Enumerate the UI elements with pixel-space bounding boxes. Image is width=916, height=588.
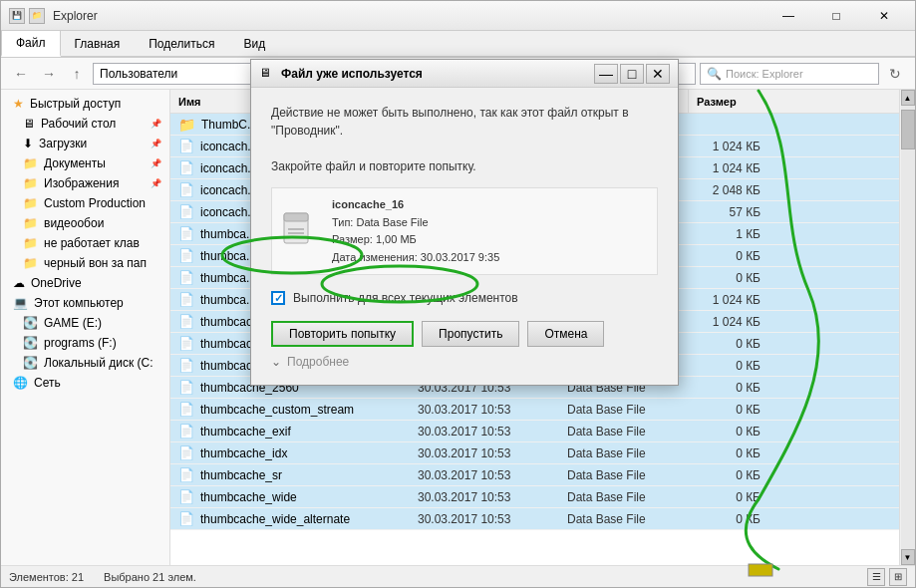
- file-name-cell: 📄 thumbcache_sr: [170, 467, 410, 482]
- sidebar-label-documents: Документы: [44, 156, 106, 170]
- retry-button[interactable]: Повторить попытку: [271, 321, 414, 347]
- window-title: Explorer: [53, 9, 765, 23]
- table-row[interactable]: 📄 thumbcache_exif 30.03.2017 10:53 Data …: [170, 421, 899, 442]
- table-row[interactable]: 📄 thumbcache_wide_alternate 30.03.2017 1…: [170, 508, 899, 530]
- dialog-instruction: Закройте файл и повторите попытку.: [271, 159, 476, 173]
- dialog-file-size: Размер: 1,00 МБ: [332, 231, 499, 249]
- dialog-restore-button[interactable]: □: [620, 64, 644, 84]
- db-icon9: 📄: [178, 314, 194, 329]
- file-size-cell: 57 КБ: [689, 205, 768, 219]
- pin-icon3: 📌: [151, 158, 161, 168]
- sidebar-label-local: Локальный диск (C:: [44, 356, 153, 370]
- scroll-down-button[interactable]: ▼: [901, 549, 915, 565]
- pin-icon4: 📌: [151, 178, 161, 188]
- computer-icon: 💻: [13, 296, 28, 310]
- db-icon13: 📄: [178, 402, 194, 417]
- nav-forward-button[interactable]: →: [37, 62, 61, 86]
- status-selected: Выбрано 21 элем.: [104, 571, 196, 583]
- cancel-button[interactable]: Отмена: [527, 321, 604, 347]
- file-size-cell: 1 КБ: [689, 227, 768, 241]
- db-icon15: 📄: [178, 445, 194, 460]
- title-bar: 💾 📁 Explorer — □ ✕: [1, 1, 915, 31]
- dialog-file-details: iconcache_16 Тип: Data Base File Размер:…: [332, 196, 499, 266]
- db-icon17: 📄: [178, 489, 194, 504]
- sidebar-label-quick-access: Быстрый доступ: [30, 97, 121, 111]
- dialog-close-button[interactable]: ✕: [646, 64, 670, 84]
- close-button[interactable]: ✕: [861, 1, 907, 31]
- folder-icon-doc: 📁: [23, 156, 38, 170]
- cloud-icon: ☁: [13, 276, 25, 290]
- minimize-button[interactable]: —: [765, 1, 811, 31]
- sidebar-label-thispc: Этот компьютер: [34, 296, 124, 310]
- nav-up-button[interactable]: ↑: [65, 62, 89, 86]
- sidebar-label-onedrive: OneDrive: [31, 276, 82, 290]
- tab-view[interactable]: Вид: [229, 31, 280, 56]
- search-field[interactable]: 🔍 Поиск: Explorer: [700, 63, 879, 85]
- apply-all-label: Выполнить для всех текущих элементов: [293, 291, 518, 305]
- sidebar-label-videoobs: видеообои: [44, 216, 104, 230]
- db-icon16: 📄: [178, 467, 194, 482]
- dialog-message: Действие не может быть выполнено, так ка…: [271, 104, 658, 175]
- desktop-icon: 🖥: [23, 117, 35, 131]
- file-size-cell: 1 024 КБ: [689, 161, 768, 175]
- chevron-down-icon: ⌄: [271, 355, 281, 369]
- sidebar-item-custom-production[interactable]: 📁 Custom Production: [1, 193, 169, 213]
- tab-home[interactable]: Главная: [61, 31, 136, 56]
- sidebar-item-nowork[interactable]: 📁 не работает клав: [1, 233, 169, 253]
- dialog-minimize-button[interactable]: —: [594, 64, 618, 84]
- maximize-button[interactable]: □: [813, 1, 859, 31]
- col-size-header[interactable]: Размер: [689, 90, 768, 113]
- file-name-cell: 📄 thumbcache_idx: [170, 445, 410, 460]
- sidebar-item-quick-access[interactable]: ★ Быстрый доступ: [1, 94, 169, 114]
- scroll-up-button[interactable]: ▲: [901, 90, 915, 106]
- scroll-track: [901, 106, 915, 549]
- title-folder-icon[interactable]: 📁: [29, 8, 45, 24]
- sidebar-item-videoobs[interactable]: 📁 видеообои: [1, 213, 169, 233]
- sidebar-item-game[interactable]: 💽 GAME (E:): [1, 313, 169, 333]
- skip-button[interactable]: Пропустить: [422, 321, 519, 347]
- scroll-thumb[interactable]: [901, 110, 915, 149]
- title-save-icon[interactable]: 💾: [9, 8, 25, 24]
- table-row[interactable]: 📄 thumbcache_sr 30.03.2017 10:53 Data Ba…: [170, 464, 899, 486]
- file-size-cell: 1 024 КБ: [689, 140, 768, 153]
- sidebar-item-thispc[interactable]: 💻 Этот компьютер: [1, 293, 169, 313]
- scrollbar[interactable]: ▲ ▼: [899, 90, 915, 565]
- table-row[interactable]: 📄 thumbcache_wide 30.03.2017 10:53 Data …: [170, 486, 899, 508]
- file-in-use-dialog: 🖥 Файл уже используется — □ ✕ Действие н…: [250, 59, 679, 386]
- dialog-file-icon: [280, 211, 320, 251]
- sidebar-item-downloads[interactable]: ⬇ Загрузки 📌: [1, 134, 169, 153]
- nav-back-button[interactable]: ←: [9, 62, 33, 86]
- sidebar-label-desktop: Рабочий стол: [41, 117, 116, 131]
- sidebar-item-black[interactable]: 📁 черный вон за пап: [1, 253, 169, 273]
- search-placeholder: Поиск: Explorer: [726, 68, 803, 80]
- db-icon11: 📄: [178, 358, 194, 373]
- file-size-cell: 0 КБ: [689, 249, 768, 263]
- view-icons-button[interactable]: ⊞: [889, 568, 907, 586]
- sidebar-item-images[interactable]: 📁 Изображения 📌: [1, 173, 169, 193]
- sidebar: ★ Быстрый доступ 🖥 Рабочий стол 📌 ⬇ Загр…: [1, 90, 170, 565]
- file-size-cell: 1 024 КБ: [689, 315, 768, 329]
- refresh-button[interactable]: ↻: [883, 62, 907, 86]
- sidebar-item-documents[interactable]: 📁 Документы 📌: [1, 153, 169, 173]
- sidebar-label-programs: programs (F:): [44, 336, 117, 350]
- sidebar-item-desktop[interactable]: 🖥 Рабочий стол 📌: [1, 114, 169, 134]
- table-row[interactable]: 📄 thumbcache_idx 30.03.2017 10:53 Data B…: [170, 442, 899, 464]
- file-name-cell: 📄 thumbcache_wide: [170, 489, 410, 504]
- download-icon: ⬇: [23, 137, 33, 150]
- db-icon6: 📄: [178, 248, 194, 263]
- sidebar-item-network[interactable]: 🌐 Сеть: [1, 373, 169, 393]
- sidebar-label-nowork: не работает клав: [44, 236, 140, 250]
- sidebar-item-programs[interactable]: 💽 programs (F:): [1, 333, 169, 353]
- folder-icon-black: 📁: [23, 256, 38, 270]
- view-details-button[interactable]: ☰: [867, 568, 885, 586]
- db-icon14: 📄: [178, 424, 194, 439]
- sidebar-item-local[interactable]: 💽 Локальный диск (C:: [1, 353, 169, 373]
- apply-all-checkbox[interactable]: [271, 291, 285, 305]
- tab-file[interactable]: Файл: [1, 31, 61, 57]
- file-size-cell: 0 КБ: [689, 271, 768, 285]
- folder-icon-video: 📁: [23, 216, 38, 230]
- tab-share[interactable]: Поделиться: [135, 31, 229, 56]
- dialog-details-row[interactable]: ⌄ Подробнее: [271, 355, 658, 369]
- sidebar-item-onedrive[interactable]: ☁ OneDrive: [1, 273, 169, 293]
- table-row[interactable]: 📄 thumbcache_custom_stream 30.03.2017 10…: [170, 399, 899, 421]
